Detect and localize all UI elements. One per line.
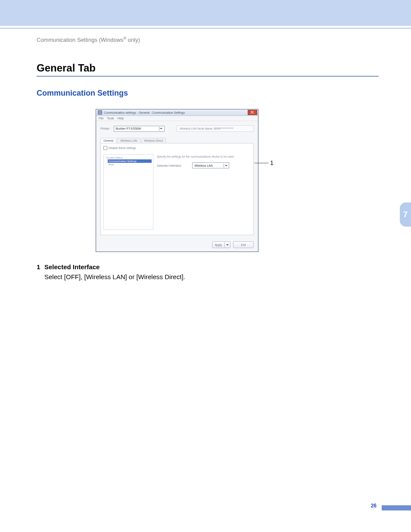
header-rule <box>0 28 411 28</box>
settings-description: Specify the settings for the communicati… <box>157 155 250 158</box>
dialog-window: Communication settings - General - Commu… <box>96 109 258 252</box>
definition-description: Select [OFF], [Wireless LAN] or [Wireles… <box>44 272 379 282</box>
footer-accent-bar <box>382 505 411 510</box>
chapter-tab: 7 <box>400 202 411 227</box>
exit-button[interactable]: Exit <box>233 241 254 248</box>
callout-number: 1 <box>270 159 274 166</box>
exit-button-label: Exit <box>241 243 246 246</box>
menu-help[interactable]: Help <box>118 117 124 120</box>
printer-label: Printer: <box>100 127 110 130</box>
close-icon[interactable] <box>248 110 257 115</box>
page-number: 26 <box>371 503 377 509</box>
app-icon <box>98 110 102 115</box>
chevron-down-icon <box>224 164 228 168</box>
settings-tree[interactable]: Current Status Communication Settings IP… <box>103 154 153 230</box>
tree-node-ipv6[interactable]: IPv6 <box>108 163 152 166</box>
tab-strip: General Wireless LAN Wireless Direct <box>100 138 254 143</box>
chevron-down-icon <box>159 127 163 131</box>
breadcrumb-suffix: only) <box>126 37 140 43</box>
disable-settings-row[interactable]: Disable these settings <box>103 146 251 150</box>
printer-value: Brother PT-E550W <box>116 127 141 130</box>
dialog-title: Communication settings - General - Commu… <box>104 111 185 114</box>
tree-node-communication-settings[interactable]: Communication Settings <box>108 159 152 163</box>
definition-number: 1 <box>37 262 44 272</box>
chapter-number: 7 <box>403 210 408 219</box>
node-name-panel: Wireless LAN Node Name: BRW************ <box>177 125 254 132</box>
dialog-titlebar: Communication settings - General - Commu… <box>96 109 258 116</box>
tab-general[interactable]: General <box>100 138 116 143</box>
dialog-footer: Apply Exit <box>96 239 258 252</box>
chevron-down-icon <box>224 242 230 247</box>
section-title: General Tab <box>37 62 379 74</box>
disable-settings-label: Disable these settings <box>109 146 136 149</box>
definition-term: Selected Interface <box>44 263 100 271</box>
breadcrumb-prefix: Communication Settings (Windows <box>37 37 124 43</box>
header-band <box>0 0 411 26</box>
subsection-title: Communication Settings <box>37 89 379 98</box>
menu-bar: File Tools Help <box>96 116 258 121</box>
apply-button-label: Apply <box>215 243 222 246</box>
page-footer: 26 <box>0 498 411 509</box>
settings-detail-pane: Specify the settings for the communicati… <box>156 154 251 232</box>
menu-tools[interactable]: Tools <box>107 117 114 120</box>
breadcrumb: Communication Settings (Windows® only) <box>37 36 379 43</box>
apply-button[interactable]: Apply <box>212 241 230 248</box>
tab-wireless-direct[interactable]: Wireless Direct <box>141 138 166 143</box>
selected-interface-combobox[interactable]: Wireless LAN <box>192 162 229 168</box>
selected-interface-value: Wireless LAN <box>194 164 212 167</box>
menu-file[interactable]: File <box>99 117 103 120</box>
tab-page-general: Disable these settings Current Status Co… <box>100 143 254 235</box>
tree-node-current-status[interactable]: Current Status <box>105 156 152 159</box>
selected-interface-label: Selected Interface: <box>157 164 182 167</box>
section-rule <box>37 76 379 77</box>
tab-wireless-lan[interactable]: Wireless LAN <box>117 138 140 143</box>
printer-combobox[interactable]: Brother PT-E550W <box>114 126 165 132</box>
callout-line <box>255 163 268 163</box>
checkbox-icon[interactable] <box>103 146 107 150</box>
screenshot-figure: Communication settings - General - Commu… <box>96 109 320 252</box>
definition-list: 1Selected Interface Select [OFF], [Wirel… <box>37 262 379 282</box>
